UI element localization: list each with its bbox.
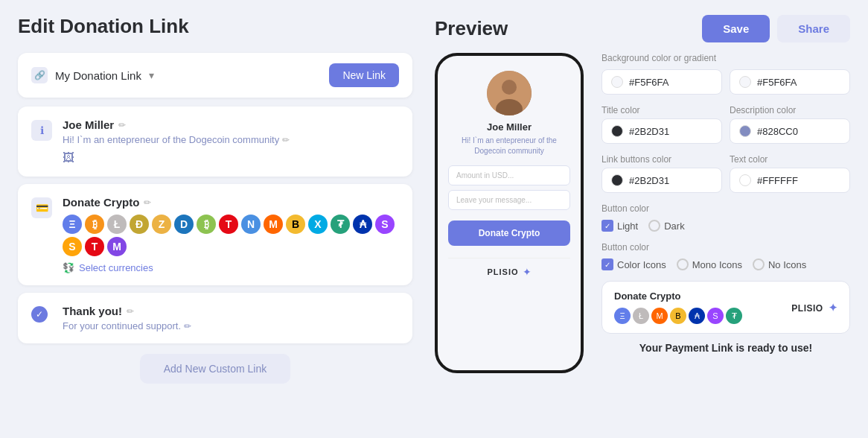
bg-swatch-2 [739,76,751,88]
phone-inner: Joe Miller Hi! I`m an entepreneur of the… [438,56,581,288]
title-color-swatch [611,125,623,137]
mono-icons-option[interactable]: Mono Icons [677,258,742,270]
link-icon: 🔗 [31,67,48,83]
info-icon: ℹ [31,120,52,141]
donate-card-content: Donate Crypto ✏ Ξ ₿ Ł Ð Z D ₿ T N M B X … [63,196,399,273]
doge-icon: Ð [130,215,149,234]
phone-frame: Joe Miller Hi! I`m an entepreneur of the… [435,53,584,373]
bg-color-1[interactable]: #F5F6FA [601,69,722,95]
link-btn-color-box[interactable]: #2B2D31 [601,168,722,193]
thankyou-desc-edit-icon[interactable]: ✏ [184,321,191,331]
btn-preview-plisio-label: PLISIO ✦ [791,302,837,314]
thankyou-card: ✓ Thank you! ✏ For your continued suppor… [18,293,412,343]
crypto-icon: 💳 [31,197,52,218]
phone-donate-button[interactable]: Donate Crypto [448,220,570,246]
info-card-icon-col: ℹ [31,118,52,141]
payment-ready-text: Your Payment Link is ready to use! [639,342,812,354]
xrp-icon: X [308,215,328,234]
left-panel: Edit Donation Link 🔗 My Donation Link ▾ … [18,15,412,423]
select-currencies-btn[interactable]: 💱 Select currencies [63,262,399,273]
link-text-color-section: Link buttons color Text color #2B2D31 #F… [601,154,850,193]
phone-name: Joe Miller [487,121,532,133]
button-dark-label: Dark [664,220,684,232]
no-icons-option[interactable]: No Icons [753,258,806,270]
preview-ltc-icon: Ł [633,308,649,324]
color-icons-label: Color Icons [617,259,666,270]
bg-color-2[interactable]: #F5F6FA [730,69,850,95]
no-icons-label: No Icons [768,259,806,270]
info-image-icon[interactable]: 🖼 [63,151,399,165]
desc-color-label: Description color [730,105,850,115]
link-btn-color-label: Link buttons color [601,154,722,165]
phone-mockup: Joe Miller Hi! I`m an entepreneur of the… [435,53,584,373]
usdt-icon: ₮ [331,215,350,234]
button-color-label: Button color [601,203,850,214]
new-link-button[interactable]: New Link [329,63,399,87]
preview-xmr-icon: M [651,308,668,324]
button-icon-label: Button color [601,242,850,253]
desc-color-value: #828CC0 [757,126,798,137]
button-color-toggle-row: ✓ Light Dark [601,220,850,232]
info-card: ℹ Joe Miller ✏ Hi! I`m an entepreneur of… [18,107,412,177]
title-color-box[interactable]: #2B2D31 [601,118,722,144]
no-icons-unchecked-icon [753,258,765,270]
preview-title: Preview [435,17,508,40]
donate-card: 💳 Donate Crypto ✏ Ξ ₿ Ł Ð Z D ₿ T N M [18,184,412,285]
link-btn-color-swatch [611,174,623,186]
select-currencies-label: Select currencies [79,262,153,273]
thankyou-title-row: Thank you! ✏ [63,305,399,317]
btn-preview-label: Donate Crypto [614,291,742,302]
desc-color-swatch [739,125,751,137]
settings-panel: Background color or gradient #F5F6FA #F5… [601,53,850,373]
selected-link-label: My Donation Link [55,69,141,82]
btn-preview-icons: Ξ Ł M B ₳ S ₮ [614,308,742,324]
donate-card-icon-col: 💳 [31,196,52,218]
right-content: Joe Miller Hi! I`m an entepreneur of the… [435,53,850,373]
button-dark-option[interactable]: Dark [648,220,684,232]
mono-icons-label: Mono Icons [692,259,742,270]
bg-color-2-value: #F5F6FA [757,77,797,88]
plisio-footer-icon: ✦ [523,266,532,278]
save-button[interactable]: Save [702,15,770,42]
donate-title-row: Donate Crypto ✏ [63,196,399,209]
thankyou-card-content: Thank you! ✏ For your continued support.… [63,305,399,331]
select-currencies-icon: 💱 [63,262,74,273]
link-text-color-row: #2B2D31 #FFFFFF [601,168,850,193]
dash-icon: D [174,215,194,234]
text-color-label: Text color [730,154,850,165]
desc-color-box[interactable]: #828CC0 [730,118,850,144]
preview-bnb-icon: B [670,308,686,324]
info-edit-pen-icon[interactable]: ✏ [118,120,126,130]
zec-icon: Z [152,215,171,234]
text-color-box[interactable]: #FFFFFF [730,168,850,193]
bg-swatch-1 [611,76,623,88]
thankyou-card-desc: For your continued support. ✏ [63,320,399,331]
header-buttons: Save Share [702,15,850,42]
text-color-swatch [739,174,751,186]
dark-unchecked-icon [648,220,660,232]
ltc-icon: Ł [107,215,127,234]
nano-icon: N [241,215,261,234]
sol-icon: S [375,215,395,234]
link-selector[interactable]: 🔗 My Donation Link ▾ New Link [18,53,412,98]
phone-footer: PLISIO ✦ [448,258,570,278]
preview-usdt-icon: ₮ [726,308,742,324]
link-selector-left: 🔗 My Donation Link ▾ [31,67,154,83]
bg-color-section: Background color or gradient #F5F6FA #F5… [601,53,850,95]
button-icon-section: Button color ✓ Color Icons Mono Icons [601,242,850,270]
phone-amount-input[interactable]: Amount in USD... [448,165,570,185]
color-icons-option[interactable]: ✓ Color Icons [601,258,666,270]
text-color-value: #FFFFFF [757,175,798,186]
thankyou-desc-text: For your continued support. [63,320,181,331]
donate-edit-pen-icon[interactable]: ✏ [144,197,151,208]
add-custom-link-button[interactable]: Add New Custom Link [140,354,291,384]
button-preview-content: Donate Crypto Ξ Ł M B ₳ S ₮ [614,291,742,324]
info-title-row: Joe Miller ✏ [63,118,399,131]
share-button[interactable]: Share [777,15,850,42]
thankyou-edit-pen-icon[interactable]: ✏ [127,306,134,317]
button-light-option[interactable]: ✓ Light [601,220,638,232]
bnb-icon: B [286,215,305,234]
phone-message-input[interactable]: Leave your message... [448,190,570,210]
title-desc-color-row: #2B2D31 #828CC0 [601,118,850,144]
info-desc-edit-icon[interactable]: ✏ [282,135,290,145]
